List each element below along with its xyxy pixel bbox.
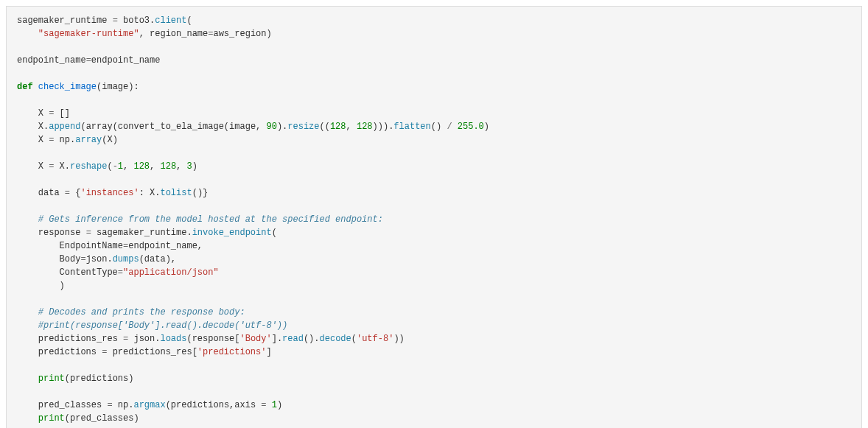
code-line: "sagemaker-runtime", region_name=aws_reg… bbox=[17, 29, 272, 39]
code-line: predictions = predictions_res['predictio… bbox=[17, 347, 272, 357]
code-line: data = {'instances': X.tolist()} bbox=[17, 188, 208, 198]
code-line: X.append(array(convert_to_ela_image(imag… bbox=[17, 122, 489, 132]
code-line: # Gets inference from the model hosted a… bbox=[17, 214, 383, 225]
code-line: pred_classes = np.argmax(predictions,axi… bbox=[17, 400, 282, 410]
code-line: ) bbox=[17, 281, 65, 291]
code-line: X = np.array(X) bbox=[17, 135, 118, 145]
code-line: #print(response['Body'].read().decode('u… bbox=[17, 320, 287, 331]
code-line: endpoint_name=endpoint_name bbox=[17, 55, 160, 66]
code-line: ContentType="application/json" bbox=[17, 267, 219, 278]
code-block: sagemaker_runtime = boto3.client( "sagem… bbox=[6, 6, 862, 428]
code-line: sagemaker_runtime = boto3.client( bbox=[17, 15, 192, 26]
code-line: response = sagemaker_runtime.invoke_endp… bbox=[17, 228, 277, 238]
code-line: X = [] bbox=[17, 108, 70, 119]
code-line: # Decodes and prints the response body: bbox=[17, 307, 245, 318]
code-line: predictions_res = json.loads(response['B… bbox=[17, 334, 405, 344]
code-line: Body=json.dumps(data), bbox=[17, 254, 176, 264]
code-line: X = X.reshape(-1, 128, 128, 3) bbox=[17, 161, 197, 172]
code-line: EndpointName=endpoint_name, bbox=[17, 241, 203, 251]
code-line: print(pred_classes) bbox=[17, 413, 139, 424]
code-line: print(predictions) bbox=[17, 373, 133, 384]
code-line: def check_image(image): bbox=[17, 82, 139, 92]
